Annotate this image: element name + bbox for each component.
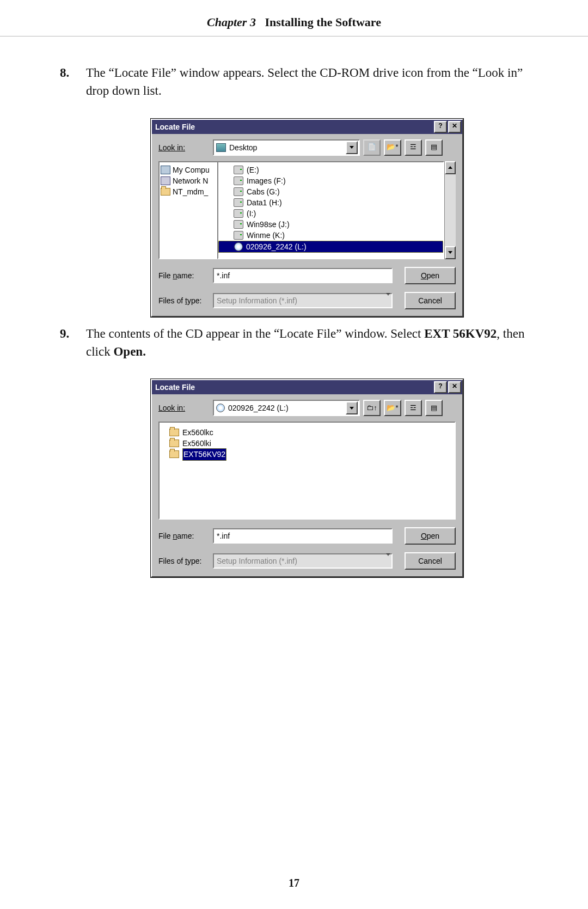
- cd-icon: [234, 242, 243, 251]
- help-button[interactable]: ?: [434, 121, 447, 133]
- file-item[interactable]: EXT56KV92: [162, 449, 454, 460]
- drive-icon: [234, 209, 243, 218]
- chapter-label: Chapter 3: [207, 15, 256, 29]
- locate-file-dialog-1: Locate File ? ✕ Look in: Desktop 📄 📂* ☲: [151, 119, 463, 317]
- file-item[interactable]: Ex560lkc: [162, 427, 454, 438]
- step-8: 8. The “Locate File” window appears. Sel…: [60, 64, 528, 100]
- file-type-label: Files of type:: [158, 295, 213, 306]
- dialog2-file-list[interactable]: Ex560lkcEx560lkiEXT56KV92: [158, 422, 456, 520]
- file-type-combo[interactable]: Setup Information (*.inf): [213, 553, 393, 569]
- combo-arrow-icon[interactable]: [346, 141, 358, 154]
- new-folder-icon: 📂*: [387, 403, 398, 413]
- dropdown-item[interactable]: (I:): [218, 208, 443, 219]
- step-9: 9. The contents of the CD appear in the …: [60, 325, 528, 361]
- look-in-combo[interactable]: 020926_2242 (L:): [213, 400, 360, 416]
- folder-icon: [169, 450, 179, 458]
- dialog1-titlebar[interactable]: Locate File ? ✕: [152, 120, 462, 134]
- file-name-input[interactable]: *.inf: [213, 528, 393, 544]
- file-name-label: File name:: [158, 530, 213, 541]
- toolbar-details-button[interactable]: ▤: [425, 139, 443, 156]
- chapter-title: Installing the Software: [265, 15, 381, 29]
- step-8-number: 8.: [60, 64, 86, 100]
- computer-icon: [161, 166, 170, 174]
- scroll-down-button[interactable]: [445, 246, 456, 259]
- dropdown-item[interactable]: (E:): [218, 164, 443, 175]
- combo-arrow-icon[interactable]: [346, 401, 358, 414]
- toolbar-list-button[interactable]: ☲: [405, 139, 422, 156]
- step-9-number: 9.: [60, 325, 86, 361]
- chevron-up-icon: [448, 166, 452, 169]
- dropdown-item[interactable]: Cabs (G:): [218, 186, 443, 197]
- scroll-up-button[interactable]: [445, 161, 456, 174]
- dropdown-item-label: (I:): [247, 208, 256, 219]
- toolbar-newfolder-button[interactable]: 📂*: [384, 400, 401, 416]
- file-item-label: Ex560lkc: [182, 427, 213, 438]
- dropdown-item[interactable]: Win98se (J:): [218, 219, 443, 230]
- step-8-text: The “Locate File” window appears. Select…: [86, 64, 528, 100]
- chevron-down-icon: [448, 251, 452, 254]
- drive-icon: [234, 187, 243, 196]
- drive-icon: [234, 176, 243, 185]
- dropdown-item-label: 020926_2242 (L:): [246, 241, 307, 252]
- look-in-combo[interactable]: Desktop: [213, 139, 360, 156]
- dialog1-scrollbar[interactable]: [444, 161, 456, 259]
- dropdown-item[interactable]: 020926_2242 (L:): [218, 241, 443, 253]
- dropdown-item-label: Winme (K:): [247, 230, 285, 241]
- dialog1-left-pane[interactable]: My Compu Network N NT_mdm_: [158, 161, 217, 259]
- screenshot-2: Locate File ? ✕ Look in: 020926_2242 (L:…: [60, 379, 528, 577]
- folder-icon: [161, 188, 170, 196]
- close-button[interactable]: ✕: [448, 121, 461, 133]
- type-combo-arrow[interactable]: [386, 295, 390, 306]
- toolbar-up-button[interactable]: 📄: [363, 139, 381, 156]
- screenshot-1: Locate File ? ✕ Look in: Desktop 📄 📂* ☲: [60, 119, 528, 317]
- network-icon: [161, 176, 170, 185]
- file-item[interactable]: Ex560lki: [162, 438, 454, 449]
- look-in-value: 020926_2242 (L:): [228, 402, 289, 413]
- cancel-button[interactable]: Cancel: [405, 552, 456, 570]
- toolbar-up-button[interactable]: 🗀↑: [363, 400, 381, 416]
- dialog1-title: Locate File: [155, 121, 195, 132]
- drive-icon: [234, 166, 243, 174]
- new-folder-icon: 📂*: [387, 142, 398, 152]
- open-button[interactable]: Open: [405, 527, 456, 545]
- file-name-input[interactable]: *.inf: [213, 268, 393, 283]
- up-folder-icon: 🗀↑: [366, 403, 377, 413]
- cd-icon: [216, 404, 225, 412]
- drive-icon: [234, 198, 243, 207]
- page-header: Chapter 3 Installing the Software: [0, 0, 588, 29]
- close-button[interactable]: ✕: [448, 381, 461, 393]
- details-icon: ▤: [431, 403, 437, 413]
- dropdown-item[interactable]: Images (F:): [218, 175, 443, 186]
- dialog2-titlebar[interactable]: Locate File ? ✕: [152, 380, 462, 394]
- toolbar-details-button[interactable]: ▤: [425, 400, 443, 416]
- left-item-mycomputer[interactable]: My Compu: [161, 164, 216, 175]
- dialog1-list-area: My Compu Network N NT_mdm_ (E:)Images (F…: [158, 161, 456, 259]
- left-item-ntmdm[interactable]: NT_mdm_: [161, 186, 216, 197]
- dropdown-item[interactable]: Data1 (H:): [218, 197, 443, 208]
- dialog1-dropdown-list[interactable]: (E:)Images (F:)Cabs (G:)Data1 (H:)(I:)Wi…: [217, 161, 444, 259]
- desktop-icon: [216, 143, 226, 152]
- scroll-track[interactable]: [445, 174, 456, 246]
- file-type-combo[interactable]: Setup Information (*.inf): [213, 293, 393, 308]
- open-button[interactable]: Open: [405, 267, 456, 284]
- dropdown-item-label: (E:): [247, 164, 259, 175]
- drive-icon: [234, 231, 243, 240]
- left-item-network[interactable]: Network N: [161, 175, 216, 186]
- list-icon: ☲: [410, 142, 416, 152]
- up-icon: 📄: [367, 142, 376, 152]
- dialog2-title: Locate File: [155, 382, 195, 393]
- file-type-label: Files of type:: [158, 556, 213, 566]
- toolbar-newfolder-button[interactable]: 📂*: [384, 139, 401, 156]
- dialog2-list-area: Ex560lkcEx560lkiEXT56KV92: [158, 422, 456, 520]
- dropdown-item-label: Images (F:): [247, 175, 286, 186]
- page-number: 17: [0, 877, 588, 889]
- file-item-label: EXT56KV92: [182, 448, 226, 460]
- cancel-button[interactable]: Cancel: [405, 292, 456, 309]
- folder-icon: [169, 429, 179, 436]
- look-in-label: Look in:: [158, 142, 213, 153]
- toolbar-list-button[interactable]: ☲: [405, 400, 422, 416]
- dropdown-item[interactable]: Winme (K:): [218, 230, 443, 241]
- type-combo-arrow[interactable]: [386, 555, 390, 566]
- list-icon: ☲: [410, 403, 416, 413]
- help-button[interactable]: ?: [434, 381, 447, 393]
